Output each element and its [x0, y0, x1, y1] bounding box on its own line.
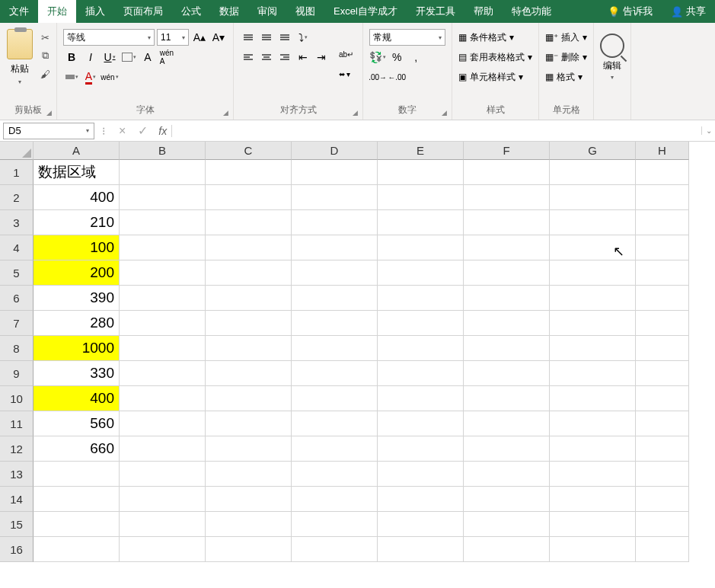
format-painter-button[interactable]: 🖌: [38, 67, 52, 81]
row-header[interactable]: 4: [0, 235, 34, 260]
cell[interactable]: [120, 311, 206, 336]
cell[interactable]: [636, 160, 689, 185]
font-size-combo[interactable]: 11▾: [157, 29, 189, 46]
cell[interactable]: [120, 361, 206, 386]
row-header[interactable]: 14: [0, 487, 34, 512]
cell[interactable]: [292, 361, 378, 386]
cell[interactable]: [120, 386, 206, 411]
cell[interactable]: [34, 462, 120, 487]
format-as-table-button[interactable]: ▤套用表格格式 ▾: [458, 49, 532, 66]
cell[interactable]: [550, 487, 636, 512]
row-header[interactable]: 3: [0, 210, 34, 235]
cell[interactable]: [292, 235, 378, 260]
cell[interactable]: 100: [34, 235, 120, 260]
cell[interactable]: [464, 286, 550, 311]
tab-home[interactable]: 开始: [38, 0, 76, 23]
cell[interactable]: [464, 386, 550, 411]
row-header[interactable]: 2: [0, 185, 34, 210]
cell[interactable]: [550, 512, 636, 537]
format-cells-button[interactable]: ▦格式 ▾: [545, 69, 587, 85]
cell[interactable]: [378, 260, 464, 286]
cell[interactable]: [550, 361, 636, 386]
cell[interactable]: [206, 386, 292, 411]
merge-center-button[interactable]: ⬌▾: [336, 66, 356, 82]
cell[interactable]: [464, 436, 550, 462]
cell[interactable]: [292, 311, 378, 336]
cell[interactable]: [378, 235, 464, 260]
cell[interactable]: [636, 260, 689, 286]
cell[interactable]: [464, 210, 550, 235]
cell[interactable]: [464, 487, 550, 512]
cell[interactable]: 1000: [34, 336, 120, 361]
row-header[interactable]: 1: [0, 160, 34, 185]
cell[interactable]: [292, 487, 378, 512]
tab-selfstudy[interactable]: Excel自学成才: [324, 0, 407, 23]
tab-data[interactable]: 数据: [210, 0, 248, 23]
cell[interactable]: 210: [34, 210, 120, 235]
conditional-format-button[interactable]: ▦条件格式 ▾: [458, 29, 532, 46]
align-right-button[interactable]: [276, 49, 293, 66]
font-name-combo[interactable]: 等线▾: [63, 29, 155, 46]
cell[interactable]: [206, 436, 292, 462]
cell[interactable]: 330: [34, 361, 120, 386]
underline-button[interactable]: U▾: [101, 49, 118, 66]
cell[interactable]: [550, 160, 636, 185]
cell[interactable]: [120, 512, 206, 537]
increase-decimal-button[interactable]: .00→: [369, 69, 386, 85]
cell[interactable]: [378, 487, 464, 512]
decrease-font-button[interactable]: A▾: [210, 29, 227, 46]
cell[interactable]: [636, 436, 689, 462]
cell[interactable]: 400: [34, 386, 120, 411]
cell[interactable]: [206, 411, 292, 436]
tab-file[interactable]: 文件: [0, 0, 38, 23]
tab-dev[interactable]: 开发工具: [407, 0, 464, 23]
column-header[interactable]: F: [464, 142, 550, 160]
font-case-button[interactable]: A: [139, 49, 156, 66]
row-header[interactable]: 6: [0, 286, 34, 311]
cell[interactable]: [550, 311, 636, 336]
cell[interactable]: [206, 336, 292, 361]
phonetic-guide-button[interactable]: wén▾: [101, 69, 118, 85]
cell[interactable]: 200: [34, 260, 120, 286]
cell[interactable]: 数据区域: [34, 160, 120, 185]
cell[interactable]: [120, 286, 206, 311]
cell[interactable]: [464, 311, 550, 336]
align-left-button[interactable]: [240, 49, 257, 66]
cell[interactable]: [120, 235, 206, 260]
row-header[interactable]: 8: [0, 336, 34, 361]
cell[interactable]: [206, 210, 292, 235]
row-header[interactable]: 10: [0, 386, 34, 411]
cell[interactable]: [550, 537, 636, 562]
row-header[interactable]: 15: [0, 512, 34, 537]
align-bottom-button[interactable]: [276, 29, 293, 46]
tab-formulas[interactable]: 公式: [172, 0, 210, 23]
cell[interactable]: [378, 537, 464, 562]
row-header[interactable]: 7: [0, 311, 34, 336]
phonetic-button[interactable]: wénA: [158, 49, 175, 66]
column-header[interactable]: H: [636, 142, 689, 160]
cell[interactable]: [292, 436, 378, 462]
cell[interactable]: [206, 260, 292, 286]
cell[interactable]: [378, 436, 464, 462]
cell[interactable]: [292, 462, 378, 487]
copy-button[interactable]: ⧉: [38, 49, 52, 62]
align-top-button[interactable]: [240, 29, 257, 46]
decrease-decimal-button[interactable]: ←.00: [388, 69, 405, 85]
row-header[interactable]: 11: [0, 411, 34, 436]
cell[interactable]: [378, 512, 464, 537]
cell[interactable]: 280: [34, 311, 120, 336]
cell[interactable]: [378, 336, 464, 361]
find-icon[interactable]: [600, 34, 624, 58]
cell[interactable]: [120, 537, 206, 562]
cell[interactable]: [636, 487, 689, 512]
cell[interactable]: [636, 235, 689, 260]
comma-button[interactable]: ,: [407, 49, 424, 66]
cell[interactable]: [550, 185, 636, 210]
delete-cells-button[interactable]: ▦⁻删除 ▾: [545, 49, 587, 66]
cell[interactable]: [636, 386, 689, 411]
cell[interactable]: [378, 462, 464, 487]
tell-me[interactable]: 💡 告诉我: [598, 0, 662, 23]
accounting-format-button[interactable]: 💱▾: [369, 49, 386, 66]
formula-expand-button[interactable]: ⌄: [701, 126, 715, 135]
align-dialog-icon[interactable]: ◢: [353, 109, 358, 117]
